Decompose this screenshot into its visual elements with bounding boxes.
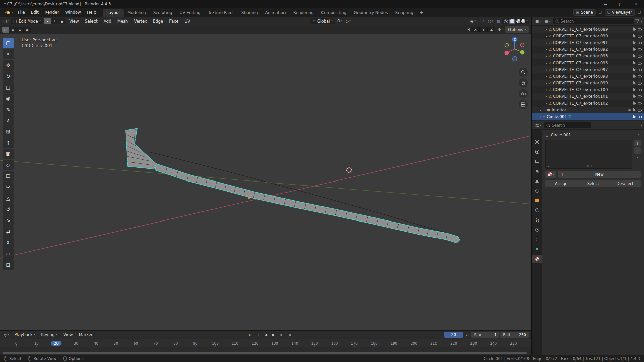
outliner-row[interactable]: ▸ △ CORVETTE_C7_exterior.093: [532, 53, 644, 59]
selectable-icon[interactable]: [633, 34, 636, 38]
smooth-tool[interactable]: ∿: [3, 215, 14, 226]
toggle-ortho-button[interactable]: [519, 100, 528, 109]
workspace-tab[interactable]: Rendering: [290, 9, 317, 17]
collection-checkbox[interactable]: ▢: [543, 108, 546, 112]
viewlayer-selector[interactable]: ❏ ViewLayer: [605, 9, 635, 16]
poly-build-tool[interactable]: △: [3, 193, 14, 204]
render-visibility-icon[interactable]: [638, 95, 642, 98]
frame-start-field[interactable]: Start 1: [471, 332, 499, 338]
minimize-button[interactable]: —: [598, 0, 613, 8]
inset-faces-tool[interactable]: ▣: [3, 149, 14, 159]
select-mode-extend-button[interactable]: ⊞: [9, 27, 16, 33]
transform-orientation-selector[interactable]: ⊕ Global ▾: [310, 18, 335, 24]
workspace-tab[interactable]: Layout: [103, 9, 124, 17]
mesh-fin[interactable]: [126, 128, 156, 169]
move-tool[interactable]: ✥: [3, 60, 14, 71]
snapping-options-button[interactable]: ⊙ ▾: [496, 27, 504, 32]
face-select-mode-button[interactable]: ◼: [58, 18, 65, 24]
selectable-icon[interactable]: [633, 108, 636, 112]
deselect-button[interactable]: Deselect: [609, 180, 641, 187]
material-slots-list[interactable]: ▸ ∷∷: [545, 140, 632, 169]
viewport-menu-item[interactable]: Face: [166, 18, 181, 25]
assign-button[interactable]: Assign: [545, 180, 577, 187]
add-material-slot-button[interactable]: +: [634, 140, 641, 146]
outliner-search[interactable]: [553, 18, 634, 24]
render-tab[interactable]: [532, 148, 542, 156]
outliner-row[interactable]: ▸ △ CORVETTE_C7_exterior.098: [532, 73, 644, 80]
mode-selector[interactable]: ▢ Edit Mode ▾: [11, 18, 43, 24]
outliner-editor-type-button[interactable]: ▦ ▾: [534, 19, 542, 24]
mesh-strip[interactable]: [155, 164, 460, 243]
render-visibility-icon[interactable]: [638, 81, 642, 85]
show-gizmos-button[interactable]: ✛ ▾: [478, 18, 486, 24]
browse-material-button[interactable]: ▾: [545, 171, 556, 178]
shading-rendered-button[interactable]: [521, 19, 525, 23]
zoom-button[interactable]: [519, 68, 528, 77]
outliner-row[interactable]: ▸ △ CORVETTE_C7_exterior.102: [532, 100, 644, 107]
pin-icon[interactable]: ⊙: [638, 133, 641, 137]
vertex-select-mode-button[interactable]: ∙: [44, 18, 51, 24]
rotate-tool[interactable]: ↻: [3, 71, 14, 82]
outliner-row[interactable]: ▸ △ CORVETTE_C7_exterior.095: [532, 59, 644, 66]
timeline-menu-item[interactable]: Marker: [76, 331, 96, 338]
close-button[interactable]: ✕: [629, 0, 644, 8]
menubar-item[interactable]: Edit: [28, 9, 42, 16]
jump-to-end-button[interactable]: ⇥: [286, 332, 293, 338]
particles-tab[interactable]: [532, 216, 542, 224]
new-material-button[interactable]: + New: [558, 171, 641, 178]
blender-logo-icon[interactable]: ▾: [3, 10, 15, 15]
add-workspace-button[interactable]: +: [417, 10, 426, 15]
outliner-row[interactable]: ▸ △ CORVETTE_C7_exterior.090: [532, 33, 644, 39]
transform-tool[interactable]: ◉: [3, 93, 14, 104]
3d-viewport[interactable]: Z User Perspective (20) Circle.001 ▢⌖✥↻◱…: [0, 34, 531, 330]
disclosure-icon[interactable]: ▸: [546, 41, 547, 44]
disclosure-icon[interactable]: ▸: [546, 28, 547, 31]
timeline-editor-type-button[interactable]: ◷ ▾: [3, 332, 10, 337]
selectable-icon[interactable]: [633, 41, 636, 45]
remove-material-slot-button[interactable]: −: [634, 147, 641, 154]
render-visibility-icon[interactable]: [638, 34, 642, 38]
output-tab[interactable]: [532, 157, 542, 165]
maximize-button[interactable]: ▢: [613, 0, 629, 8]
view-layer-tab[interactable]: [532, 167, 542, 175]
render-visibility-icon[interactable]: [638, 68, 642, 71]
tool-tab[interactable]: [532, 138, 542, 146]
workspace-tab[interactable]: Modeling: [124, 9, 150, 17]
render-visibility-icon[interactable]: [638, 61, 642, 65]
selectable-icon[interactable]: [633, 101, 636, 105]
disclosure-icon[interactable]: ▸: [546, 82, 547, 85]
jump-to-start-button[interactable]: ⇤: [247, 332, 254, 338]
object-data-tab[interactable]: [532, 245, 542, 253]
mirror-y-button[interactable]: Y: [480, 27, 488, 32]
selectable-icon[interactable]: [633, 94, 636, 98]
viewport-menu-item[interactable]: Add: [101, 18, 114, 25]
selectable-icon[interactable]: [633, 54, 636, 58]
workspace-tab[interactable]: Geometry Nodes: [350, 9, 391, 17]
timeline-scrollbar[interactable]: [3, 352, 527, 354]
gizmo-x-axis[interactable]: [505, 51, 509, 55]
modifiers-tab[interactable]: [532, 206, 542, 214]
outliner-row[interactable]: ▸ ▢ ▦ Interior: [532, 107, 644, 113]
snap-toggle-button[interactable]: Ω ▾: [336, 18, 343, 24]
outliner-row[interactable]: ▸ △ CORVETTE_C7_exterior.097: [532, 66, 644, 73]
disclosure-icon[interactable]: ▸: [546, 102, 547, 105]
annotate-tool[interactable]: ✎: [3, 104, 14, 115]
select-button[interactable]: Select: [577, 180, 609, 187]
render-visibility-icon[interactable]: [638, 41, 642, 44]
mirror-x-button[interactable]: X: [471, 27, 480, 32]
render-visibility-icon[interactable]: [638, 75, 642, 78]
workspace-tab[interactable]: Sculpting: [150, 9, 176, 17]
shading-wireframe-button[interactable]: [504, 19, 508, 23]
disclosure-icon[interactable]: ▸: [546, 88, 547, 91]
render-visibility-icon[interactable]: [638, 108, 642, 112]
add-cube-tool[interactable]: ⊞: [3, 126, 14, 137]
measure-tool[interactable]: ∡: [3, 115, 14, 126]
loop-cut-tool[interactable]: ▤: [3, 171, 14, 182]
select-mode-subtract-button[interactable]: ⊟: [16, 27, 24, 33]
gizmo-x-neg-axis[interactable]: [521, 43, 524, 47]
material-tab[interactable]: [532, 255, 542, 263]
workspace-tab[interactable]: UV Editing: [176, 9, 204, 17]
selectable-icon[interactable]: [633, 27, 636, 31]
outliner-display-mode-button[interactable]: ▤ ▾: [543, 19, 552, 24]
disclosure-icon[interactable]: ▸: [546, 35, 547, 38]
